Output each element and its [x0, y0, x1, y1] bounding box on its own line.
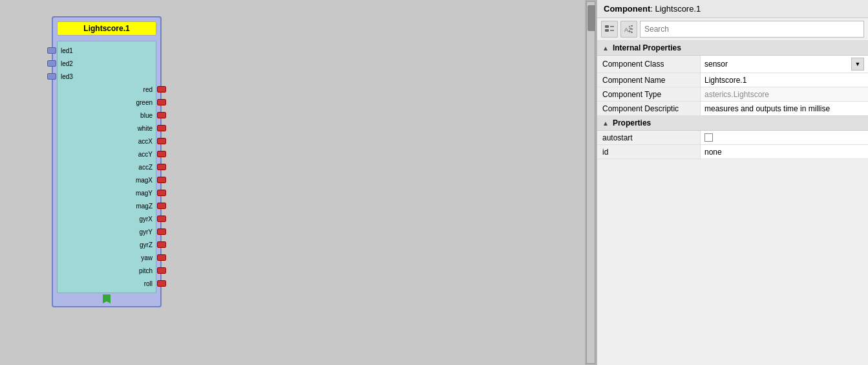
canvas-area: Lightscore.1 led1 led2 led3 red green — [0, 0, 585, 365]
right-panel: Component: Lightscore.1 AZ ▲ — [597, 0, 868, 365]
port-label-white: white — [136, 125, 154, 132]
port-label-led2: led2 — [59, 60, 75, 67]
port-label-accZ: accZ — [136, 164, 154, 171]
port-dot-gyrY[interactable] — [157, 228, 166, 235]
input-port-row: led3 — [59, 70, 154, 83]
output-port-row: accY — [59, 148, 154, 160]
component-bookmark — [103, 294, 111, 304]
output-port-row: magY — [59, 186, 154, 199]
prop-value-component-description: measures and outputs time in millise — [701, 102, 868, 115]
output-port-row: white — [59, 122, 154, 135]
prop-label-id: id — [597, 145, 701, 159]
port-label-led1: led1 — [59, 47, 75, 54]
panel-toolbar: AZ — [597, 18, 868, 41]
output-port-row: gyrZ — [59, 238, 154, 251]
prop-row-id: id none — [597, 145, 868, 159]
port-label-pitch: pitch — [137, 267, 154, 274]
categories-button[interactable] — [601, 21, 618, 38]
prop-label-component-class: Component Class — [597, 56, 701, 72]
prop-label-component-type: Component Type — [597, 87, 701, 101]
output-port-row: magX — [59, 173, 154, 186]
output-port-row: gyrX — [59, 212, 154, 225]
port-dot-gyrX[interactable] — [157, 216, 166, 222]
port-label-green: green — [134, 99, 154, 106]
port-dot-magZ[interactable] — [157, 203, 166, 209]
scrollbar[interactable] — [585, 0, 597, 365]
scrollbar-track[interactable] — [586, 1, 595, 364]
svg-rect-1 — [605, 29, 609, 32]
output-port-row: yaw — [59, 251, 154, 264]
prop-label-component-name: Component Name — [597, 73, 701, 87]
sort-icon: AZ — [624, 24, 634, 34]
prop-row-component-description: Component Descriptic measures and output… — [597, 102, 868, 116]
internal-properties-label: Internal Properties — [613, 43, 681, 52]
prop-row-component-name: Component Name Lightscore.1 — [597, 73, 868, 87]
toggle-icon-properties: ▲ — [602, 120, 609, 127]
port-dot-green[interactable] — [157, 99, 166, 105]
prop-value-component-class: sensor ▼ — [701, 56, 868, 72]
port-label-led3: led3 — [59, 73, 75, 80]
port-label-magX: magX — [134, 177, 154, 184]
categories-icon — [604, 24, 615, 34]
port-label-magZ: magZ — [134, 203, 154, 210]
port-dot-accY[interactable] — [157, 151, 166, 157]
port-label-yaw: yaw — [139, 254, 154, 261]
component-title: Lightscore.1 — [57, 21, 156, 36]
prop-label-autostart: autostart — [597, 131, 701, 144]
component-block[interactable]: Lightscore.1 led1 led2 led3 red green — [52, 16, 162, 307]
scrollbar-thumb[interactable] — [587, 5, 595, 31]
prop-value-id: none — [701, 145, 868, 159]
port-label-roll: roll — [142, 280, 154, 287]
prop-row-autostart: autostart — [597, 131, 868, 145]
port-dot-pitch[interactable] — [157, 267, 166, 274]
port-label-red: red — [142, 86, 154, 93]
header-component-name: Lightscore.1 — [655, 4, 701, 14]
port-label-gyrY: gyrY — [137, 228, 154, 236]
port-dot-roll[interactable] — [157, 280, 166, 287]
output-port-row: green — [59, 96, 154, 109]
port-dot-led2[interactable] — [47, 60, 56, 67]
output-port-row: accZ — [59, 160, 154, 173]
port-dot-led3[interactable] — [47, 73, 56, 80]
sort-button[interactable]: AZ — [620, 21, 637, 38]
properties-label: Properties — [613, 118, 651, 127]
port-label-accY: accY — [136, 151, 154, 158]
port-label-magY: magY — [134, 190, 154, 197]
properties-header: ▲ Properties — [597, 116, 868, 131]
output-port-row: blue — [59, 109, 154, 122]
port-label-accX: accX — [136, 138, 154, 145]
port-label-gyrZ: gyrZ — [138, 241, 154, 249]
class-dropdown-button[interactable]: ▼ — [851, 58, 864, 71]
prop-label-component-description: Component Descriptic — [597, 102, 701, 115]
input-port-row: led2 — [59, 57, 154, 70]
port-dot-gyrZ[interactable] — [157, 241, 166, 248]
port-dot-blue[interactable] — [157, 112, 166, 118]
port-label-blue: blue — [138, 112, 154, 119]
port-dot-magX[interactable] — [157, 177, 166, 183]
internal-properties-header: ▲ Internal Properties — [597, 41, 868, 56]
svg-rect-0 — [605, 25, 609, 28]
prop-value-autostart — [701, 131, 868, 144]
output-port-row: accX — [59, 135, 154, 148]
input-port-row: led1 — [59, 44, 154, 57]
port-dot-magY[interactable] — [157, 190, 166, 196]
port-dot-yaw[interactable] — [157, 254, 166, 261]
prop-row-component-class: Component Class sensor ▼ — [597, 56, 868, 73]
port-dot-white[interactable] — [157, 125, 166, 131]
properties-section: ▲ Internal Properties Component Class se… — [597, 41, 868, 365]
output-port-row: red — [59, 83, 154, 96]
search-input[interactable] — [640, 21, 864, 38]
port-dot-accX[interactable] — [157, 138, 166, 144]
prop-row-component-type: Component Type asterics.Lightscore — [597, 87, 868, 102]
port-dot-led1[interactable] — [47, 47, 56, 54]
prop-value-component-type: asterics.Lightscore — [701, 87, 868, 101]
autostart-checkbox[interactable] — [704, 133, 713, 142]
port-dot-red[interactable] — [157, 86, 166, 93]
output-port-row: pitch — [59, 264, 154, 277]
port-dot-accZ[interactable] — [157, 164, 166, 170]
output-port-row: magZ — [59, 199, 154, 212]
component-body: led1 led2 led3 red green blue — [57, 41, 156, 293]
header-component-label: Component — [604, 4, 650, 14]
toggle-icon: ▲ — [602, 45, 609, 52]
output-port-row: gyrY — [59, 225, 154, 238]
